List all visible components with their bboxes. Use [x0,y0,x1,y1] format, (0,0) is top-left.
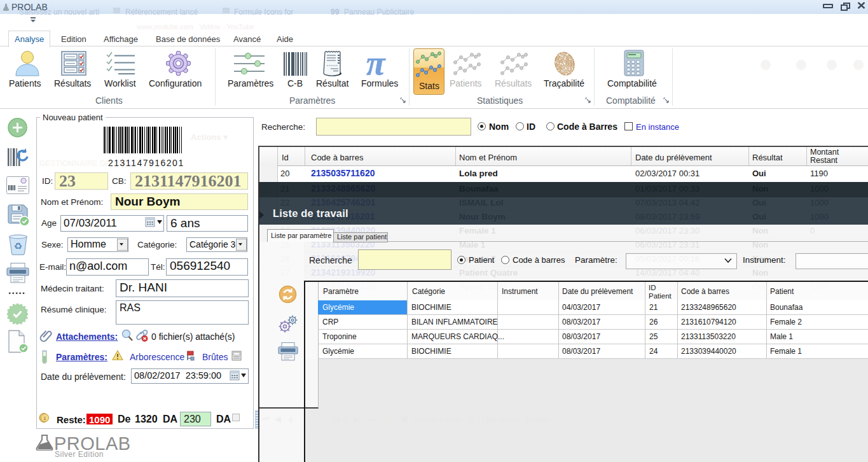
svg-text:1: 1 [43,416,46,421]
svg-text:♻: ♻ [14,241,22,251]
